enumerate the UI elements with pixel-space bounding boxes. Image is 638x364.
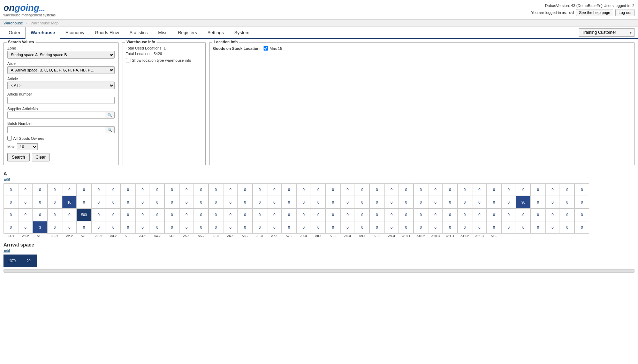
aisle-select[interactable]: A, Arrival space, B, C, D, E, F, G, H, H… bbox=[7, 66, 115, 74]
grid-cell[interactable]: 0 bbox=[560, 208, 575, 221]
nav-warehouse[interactable]: Warehouse bbox=[25, 27, 60, 39]
grid-cell[interactable]: 0 bbox=[252, 183, 267, 196]
zone-select[interactable]: Storing space A, Storing space B bbox=[7, 51, 115, 59]
nav-statistics[interactable]: Statistics bbox=[124, 27, 153, 38]
grid-cell[interactable]: 0 bbox=[311, 183, 326, 196]
grid-cell[interactable]: 0 bbox=[296, 221, 311, 234]
grid-cell[interactable]: 0 bbox=[531, 183, 545, 196]
grid-cell[interactable]: 0 bbox=[150, 221, 165, 234]
grid-cell[interactable]: 0 bbox=[135, 221, 150, 234]
grid-cell[interactable]: 0 bbox=[91, 208, 106, 221]
all-goods-owners-checkbox[interactable] bbox=[7, 136, 12, 141]
help-button[interactable]: See the help page bbox=[576, 9, 613, 16]
grid-cell[interactable]: 0 bbox=[355, 221, 370, 234]
grid-cell[interactable]: 0 bbox=[457, 221, 472, 234]
nav-misc[interactable]: Misc bbox=[153, 27, 173, 38]
grid-cell[interactable]: 0 bbox=[179, 221, 194, 234]
grid-cell[interactable]: 0 bbox=[3, 221, 18, 234]
grid-cell[interactable]: 0 bbox=[282, 221, 296, 234]
grid-cell[interactable]: 0 bbox=[150, 208, 165, 221]
grid-cell[interactable]: 0 bbox=[165, 183, 179, 196]
grid-cell[interactable]: 0 bbox=[267, 221, 282, 234]
grid-cell[interactable]: 0 bbox=[150, 183, 165, 196]
grid-cell[interactable]: 0 bbox=[33, 196, 47, 208]
grid-cell[interactable]: 0 bbox=[326, 196, 340, 208]
grid-cell[interactable]: 0 bbox=[267, 183, 282, 196]
grid-cell[interactable]: 0 bbox=[516, 183, 531, 196]
aisle-select-wrapper[interactable]: A, Arrival space, B, C, D, E, F, G, H, H… bbox=[7, 66, 115, 74]
grid-cell[interactable]: 0 bbox=[77, 196, 91, 208]
grid-cell[interactable]: 0 bbox=[531, 221, 545, 234]
grid-cell[interactable]: 0 bbox=[399, 183, 413, 196]
grid-cell[interactable]: 0 bbox=[575, 196, 589, 208]
grid-cell[interactable]: 0 bbox=[428, 208, 443, 221]
grid-cell[interactable]: 0 bbox=[47, 208, 62, 221]
article-number-input[interactable] bbox=[7, 97, 115, 104]
grid-cell[interactable]: 0 bbox=[370, 183, 384, 196]
grid-cell[interactable]: 0 bbox=[340, 196, 355, 208]
grid-cell[interactable]: 0 bbox=[194, 221, 208, 234]
max-select[interactable]: 10 bbox=[17, 143, 38, 150]
grid-cell[interactable]: 0 bbox=[545, 183, 560, 196]
grid-cell[interactable]: 0 bbox=[267, 208, 282, 221]
nav-registers[interactable]: Registers bbox=[173, 27, 202, 38]
grid-cell[interactable]: 0 bbox=[531, 196, 545, 208]
grid-cell[interactable]: 0 bbox=[47, 183, 62, 196]
grid-cell[interactable]: 0 bbox=[311, 196, 326, 208]
grid-cell[interactable]: 0 bbox=[355, 183, 370, 196]
grid-cell[interactable]: 0 bbox=[457, 196, 472, 208]
search-button[interactable]: Search bbox=[7, 153, 30, 161]
grid-cell[interactable]: 0 bbox=[501, 183, 516, 196]
grid-cell[interactable]: 0 bbox=[121, 183, 135, 196]
grid-cell[interactable]: 0 bbox=[91, 196, 106, 208]
batch-number-search-btn[interactable]: 🔍 bbox=[105, 126, 115, 133]
grid-cell[interactable]: 0 bbox=[194, 196, 208, 208]
zone-a-edit[interactable]: Edit bbox=[3, 177, 635, 181]
grid-cell[interactable]: 0 bbox=[77, 221, 91, 234]
grid-cell[interactable]: 0 bbox=[560, 183, 575, 196]
grid-cell[interactable]: 0 bbox=[135, 208, 150, 221]
grid-cell[interactable]: 10 bbox=[62, 196, 77, 208]
clear-button[interactable]: Clear bbox=[32, 153, 50, 161]
grid-cell[interactable]: 500 bbox=[77, 208, 91, 221]
grid-cell[interactable]: 0 bbox=[121, 196, 135, 208]
grid-cell[interactable]: 0 bbox=[370, 196, 384, 208]
grid-cell[interactable]: 0 bbox=[238, 208, 252, 221]
grid-cell[interactable]: 0 bbox=[560, 221, 575, 234]
grid-cell[interactable]: 0 bbox=[399, 208, 413, 221]
grid-cell[interactable]: 0 bbox=[62, 183, 77, 196]
grid-cell[interactable]: 0 bbox=[194, 208, 208, 221]
grid-cell[interactable]: 0 bbox=[501, 221, 516, 234]
grid-cell[interactable]: 0 bbox=[296, 208, 311, 221]
grid-cell[interactable]: 0 bbox=[223, 208, 238, 221]
grid-cell[interactable]: 0 bbox=[413, 221, 428, 234]
grid-cell[interactable]: 0 bbox=[355, 208, 370, 221]
grid-cell[interactable]: 0 bbox=[267, 196, 282, 208]
grid-cell[interactable]: 0 bbox=[179, 208, 194, 221]
grid-cell[interactable]: 0 bbox=[472, 208, 487, 221]
grid-cell[interactable]: 0 bbox=[208, 221, 223, 234]
grid-cell[interactable]: 0 bbox=[165, 208, 179, 221]
grid-cell[interactable]: 0 bbox=[208, 183, 223, 196]
grid-cell[interactable]: 0 bbox=[311, 221, 326, 234]
grid-cell[interactable]: 0 bbox=[3, 196, 18, 208]
grid-cell[interactable]: 0 bbox=[238, 196, 252, 208]
grid-cell[interactable]: 0 bbox=[252, 208, 267, 221]
grid-cell[interactable]: 0 bbox=[150, 196, 165, 208]
grid-cell[interactable]: 90 bbox=[516, 196, 531, 208]
grid-cell[interactable]: 0 bbox=[238, 183, 252, 196]
grid-cell[interactable]: 0 bbox=[3, 183, 18, 196]
grid-cell[interactable]: 0 bbox=[223, 183, 238, 196]
article-select-wrapper[interactable]: < All > bbox=[7, 82, 115, 89]
grid-cell[interactable]: 0 bbox=[501, 208, 516, 221]
nav-system[interactable]: System bbox=[229, 27, 255, 38]
grid-cell[interactable]: 0 bbox=[516, 208, 531, 221]
scroll-area[interactable] bbox=[3, 269, 635, 273]
grid-cell[interactable]: 0 bbox=[62, 221, 77, 234]
grid-cell[interactable]: 0 bbox=[487, 183, 501, 196]
grid-cell[interactable]: 0 bbox=[428, 221, 443, 234]
grid-cell[interactable]: 0 bbox=[208, 196, 223, 208]
logout-button[interactable]: Log out bbox=[615, 9, 635, 16]
grid-cell[interactable]: 0 bbox=[428, 183, 443, 196]
grid-cell[interactable]: 0 bbox=[326, 208, 340, 221]
